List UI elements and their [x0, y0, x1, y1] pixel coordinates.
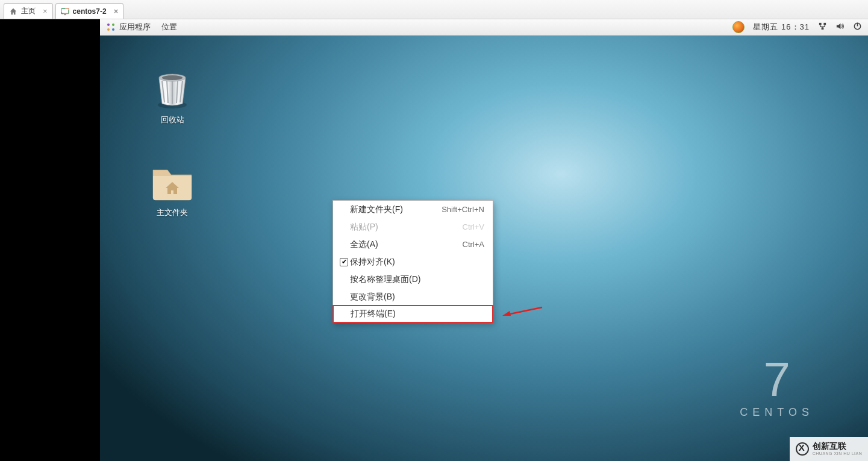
- centos-name: CENTOS: [740, 406, 814, 419]
- menu-item-select-all[interactable]: 全选(A) Ctrl+A: [333, 236, 493, 253]
- menu-item-open-terminal[interactable]: 打开终端(E): [333, 305, 493, 323]
- svg-point-14: [162, 75, 183, 80]
- menu-shortcut: Ctrl+V: [463, 222, 484, 231]
- menu-item-paste: 粘贴(P) Ctrl+V: [333, 218, 493, 236]
- close-icon[interactable]: ×: [43, 7, 48, 16]
- watermark-logo-icon: [796, 442, 809, 456]
- svg-point-6: [112, 28, 114, 31]
- applications-menu[interactable]: 应用程序: [106, 22, 151, 33]
- svg-rect-7: [819, 23, 822, 25]
- menu-label: 新建文件夹(F): [350, 204, 442, 215]
- svg-rect-9: [822, 27, 824, 30]
- left-black-bar: [0, 19, 100, 461]
- desktop[interactable]: 应用程序 位置 星期五 16：31: [100, 19, 868, 461]
- svg-rect-2: [64, 14, 66, 15]
- watermark-subtitle: CHUANG XIN HU LIAN: [813, 451, 863, 456]
- menu-item-change-background[interactable]: 更改背景(B): [333, 288, 493, 306]
- trash-label: 回收站: [161, 114, 184, 125]
- desktop-context-menu: 新建文件夹(F) Shift+Ctrl+N 粘贴(P) Ctrl+V 全选(A)…: [333, 200, 493, 323]
- tab-label: centos7-2: [73, 7, 107, 16]
- applications-label: 应用程序: [119, 22, 151, 33]
- firefox-icon[interactable]: [732, 21, 745, 33]
- menu-label: 粘贴(P): [350, 222, 463, 233]
- svg-marker-16: [502, 311, 511, 316]
- menu-label: 全选(A): [350, 239, 463, 250]
- menu-label: 保持对齐(K): [350, 257, 484, 268]
- menu-item-new-folder[interactable]: 新建文件夹(F) Shift+Ctrl+N: [333, 201, 493, 218]
- menu-label: 打开终端(E): [351, 309, 484, 319]
- tab-home[interactable]: 主页 ×: [4, 3, 53, 19]
- tab-label: 主页: [21, 6, 36, 16]
- volume-icon[interactable]: [835, 22, 845, 33]
- svg-point-3: [107, 24, 110, 26]
- menu-shortcut: Shift+Ctrl+N: [442, 205, 484, 214]
- tab-vm[interactable]: centos7-2 ×: [55, 3, 124, 19]
- menu-label: 按名称整理桌面(D): [350, 274, 484, 285]
- svg-point-5: [107, 28, 110, 31]
- home-folder-icon[interactable]: 主文件夹: [148, 162, 196, 218]
- desktop-icons-area: 回收站 主文件夹: [148, 69, 196, 218]
- clock[interactable]: 星期五 16：31: [753, 22, 810, 33]
- gnome-top-panel: 应用程序 位置 星期五 16：31: [100, 19, 868, 36]
- menu-shortcut: Ctrl+A: [463, 240, 484, 249]
- checkbox-checked-icon: ✔: [340, 258, 348, 266]
- menu-item-keep-aligned[interactable]: ✔ 保持对齐(K): [333, 253, 493, 271]
- svg-rect-0: [61, 8, 68, 13]
- svg-rect-1: [61, 8, 68, 13]
- menu-item-organize-by-name[interactable]: 按名称整理桌面(D): [333, 271, 493, 288]
- centos-branding: 7 CENTOS: [740, 356, 814, 419]
- svg-rect-8: [823, 23, 826, 25]
- power-icon[interactable]: [853, 22, 862, 33]
- host-tab-bar: 主页 × centos7-2 ×: [0, 0, 868, 19]
- annotation-arrow-icon: [501, 305, 543, 317]
- svg-line-15: [507, 307, 542, 315]
- monitor-icon: [61, 7, 69, 16]
- places-menu[interactable]: 位置: [161, 22, 177, 33]
- trash-icon[interactable]: 回收站: [148, 69, 196, 125]
- places-label: 位置: [161, 22, 177, 33]
- watermark-title: 创新互联: [813, 442, 863, 451]
- apps-icon: [106, 22, 116, 32]
- trash-can-icon: [151, 69, 193, 111]
- svg-point-4: [112, 24, 114, 26]
- watermark: 创新互联 CHUANG XIN HU LIAN: [790, 437, 868, 461]
- home-icon: [9, 7, 17, 16]
- centos-version: 7: [740, 356, 814, 404]
- folder-icon: [148, 162, 196, 204]
- menu-label: 更改背景(B): [350, 292, 484, 303]
- network-icon[interactable]: [818, 22, 827, 33]
- close-icon[interactable]: ×: [114, 7, 119, 16]
- home-folder-label: 主文件夹: [157, 207, 188, 218]
